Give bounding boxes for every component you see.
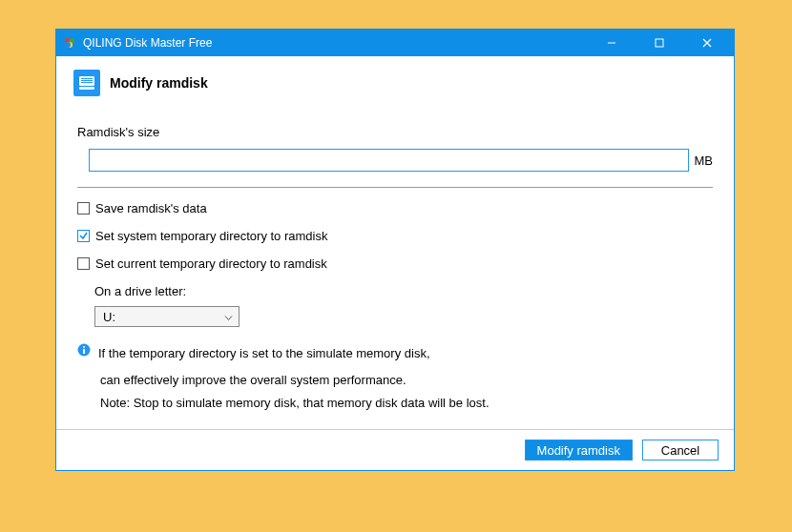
dialog-header: Modify ramdisk (56, 56, 734, 115)
checkbox-label: Save ramdisk's data (95, 201, 207, 215)
drive-block: On a drive letter: U: (77, 284, 713, 327)
chevron-down-icon (224, 310, 233, 324)
checkbox-icon (77, 257, 90, 270)
info-line-2: can effectively improve the overall syst… (77, 369, 713, 391)
button-label: Cancel (661, 443, 699, 458)
divider (77, 187, 713, 188)
svg-rect-14 (83, 349, 85, 354)
window-controls (598, 33, 720, 52)
info-line-1: If the temporary directory is set to the… (98, 342, 430, 364)
maximize-button[interactable] (646, 33, 673, 52)
svg-rect-9 (81, 78, 93, 79)
size-row: MB (77, 149, 713, 172)
checkbox-save-data[interactable]: Save ramdisk's data (77, 201, 713, 215)
drive-selected: U: (103, 310, 115, 324)
ramdisk-icon (73, 70, 100, 96)
dialog-footer: Modify ramdisk Cancel (56, 429, 734, 470)
button-label: Modify ramdisk (537, 443, 620, 458)
svg-point-15 (83, 346, 85, 348)
minimize-button[interactable] (598, 33, 625, 52)
svg-point-3 (65, 42, 71, 48)
info-line-3: Note: Stop to simulate memory disk, that… (77, 392, 713, 414)
checkbox-icon (77, 230, 90, 242)
modify-button[interactable]: Modify ramdisk (525, 440, 633, 460)
svg-rect-5 (656, 39, 663, 47)
size-label: Ramdisk's size (77, 125, 713, 139)
checkbox-icon (77, 202, 90, 215)
drive-label: On a drive letter: (94, 284, 713, 298)
titlebar: QILING Disk Master Free (56, 30, 734, 56)
dialog-content: Ramdisk's size MB Save ramdisk's data Se… (56, 125, 734, 414)
size-input[interactable] (89, 149, 689, 172)
checkbox-label: Set current temporary directory to ramdi… (95, 256, 327, 271)
info-block: If the temporary directory is set to the… (77, 342, 713, 364)
svg-rect-10 (81, 80, 93, 81)
close-button[interactable] (694, 33, 720, 52)
cancel-button[interactable]: Cancel (642, 440, 719, 460)
svg-rect-12 (79, 87, 94, 90)
app-icon (62, 35, 77, 51)
window-title: QILING Disk Master Free (83, 36, 598, 50)
app-window: QILING Disk Master Free Modify ramdisk (55, 29, 735, 471)
svg-rect-11 (81, 82, 93, 83)
checkbox-system-temp[interactable]: Set system temporary directory to ramdis… (77, 229, 713, 243)
drive-select[interactable]: U: (94, 306, 240, 327)
size-unit: MB (695, 153, 714, 168)
dialog-title: Modify ramdisk (110, 75, 208, 91)
checkbox-label: Set system temporary directory to ramdis… (95, 229, 327, 243)
checkbox-current-temp[interactable]: Set current temporary directory to ramdi… (77, 256, 713, 271)
info-icon (77, 343, 91, 359)
